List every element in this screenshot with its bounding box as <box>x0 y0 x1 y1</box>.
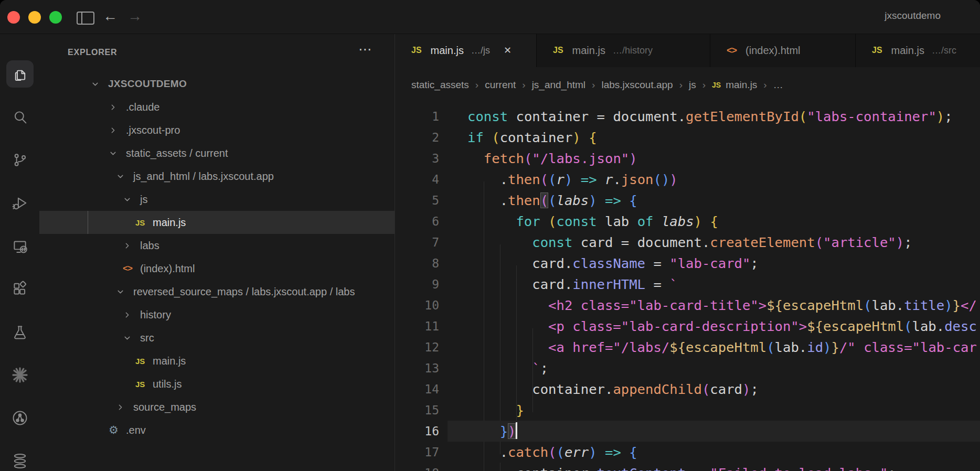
activity-item-source-control[interactable] <box>6 146 34 174</box>
activity-item-run-debug[interactable] <box>6 189 34 217</box>
breadcrumb-item-js[interactable]: js <box>689 79 696 91</box>
activity-item-explorer[interactable] <box>6 60 34 88</box>
code-line-17: 17 .catch((err) => { <box>395 442 980 463</box>
code-line-10: 10 <h2 class="lab-card-title">${escapeHt… <box>395 295 980 316</box>
code-line-content[interactable]: const container = document.getElementByI… <box>448 106 980 127</box>
tree-item-history[interactable]: history <box>39 303 395 326</box>
tree-item--index-html[interactable]: <>(index).html <box>39 257 395 280</box>
navigate-forward-icon[interactable]: → <box>127 7 142 26</box>
code-line-content[interactable]: <a href="/labs/${escapeHtml(lab.id)}/" c… <box>448 337 980 358</box>
tab-path-suffix: …/history <box>613 45 653 56</box>
activity-item-remote-explorer[interactable] <box>6 232 34 260</box>
code-line-15: 15 } <box>395 400 980 421</box>
tree-item--jxscout-pro[interactable]: .jxscout-pro <box>39 119 395 142</box>
tree-item-main-js[interactable]: JSmain.js <box>39 349 395 372</box>
breadcrumb-item-main-js[interactable]: JSmain.js <box>712 79 757 91</box>
code-line-content[interactable]: if (container) { <box>448 127 980 148</box>
close-window-button[interactable] <box>7 11 20 24</box>
tree-item-static-assets-current[interactable]: static_assets / current <box>39 142 395 165</box>
breadcrumb-separator-icon: › <box>522 79 525 91</box>
breadcrumb: static_assets›current›js_and_html›labs.j… <box>395 67 980 103</box>
more-actions-icon[interactable]: ⋯ <box>358 39 372 60</box>
line-number: 10 <box>395 295 439 316</box>
code-line-content[interactable]: card.className = "lab-card"; <box>448 253 980 274</box>
code-line-content[interactable]: <h2 class="lab-card-title">${escapeHtml(… <box>448 295 980 316</box>
tab-filename: main.js <box>891 45 924 57</box>
code-line-content[interactable]: } <box>448 400 980 421</box>
chevron-down-icon <box>91 80 100 89</box>
tree-item-js[interactable]: js <box>39 188 395 211</box>
zoom-window-button[interactable] <box>49 11 62 24</box>
starburst-icon <box>11 366 29 384</box>
code-line-content[interactable]: const card = document.createElement("art… <box>448 232 980 253</box>
js-file-icon: JS <box>135 380 153 389</box>
activity-item-share-network[interactable] <box>6 404 34 432</box>
tree-item-utils-js[interactable]: JSutils.js <box>39 372 395 395</box>
breadcrumb-item-static-assets[interactable]: static_assets <box>411 79 469 91</box>
tab-filename: main.js <box>431 45 464 57</box>
line-number: 16 <box>395 421 439 442</box>
editor-tab-1[interactable]: JSmain.js…/js✕ <box>395 34 537 67</box>
tree-item-src[interactable]: src <box>39 326 395 349</box>
tree-item-label: source_maps <box>133 401 196 413</box>
code-line-content[interactable]: .then((labs) => { <box>448 190 980 211</box>
navigate-back-icon[interactable]: ← <box>103 7 118 26</box>
remote-explorer-icon <box>11 237 29 255</box>
code-line-content[interactable]: for (const lab of labs) { <box>448 211 980 232</box>
gear-icon: ⚙ <box>109 424 126 436</box>
tree-item-label: reversed_source_maps / labs.jxscout.app … <box>133 286 355 298</box>
tree-item-jxscoutdemo[interactable]: JXSCOUTDEMO <box>39 72 395 95</box>
code-line-11: 11 <p class="lab-card-description">${esc… <box>395 316 980 337</box>
line-number: 15 <box>395 400 439 421</box>
code-line-content[interactable]: container.textContent = "Failed to load … <box>448 463 980 471</box>
activity-item-database[interactable] <box>6 447 34 471</box>
close-tab-icon[interactable]: ✕ <box>504 45 512 56</box>
breadcrumb-item-labs-jxscout-app[interactable]: labs.jxscout.app <box>601 79 673 91</box>
code-line-content[interactable]: }) <box>448 421 980 442</box>
code-line-16: 16 }) <box>395 421 980 442</box>
toggle-sidebar-icon[interactable] <box>77 12 94 25</box>
code-line-13: 13 `; <box>395 358 980 379</box>
tree-item-label: utils.js <box>153 378 182 390</box>
code-line-content[interactable]: .catch((err) => { <box>448 442 980 463</box>
html-file-icon: <> <box>727 45 737 56</box>
activity-item-extensions[interactable] <box>6 275 34 303</box>
tree-item-main-js[interactable]: JSmain.js <box>39 211 395 234</box>
search-icon <box>11 108 29 126</box>
line-number: 14 <box>395 379 439 400</box>
line-number: 18 <box>395 463 439 471</box>
chevron-down-icon <box>116 287 125 296</box>
activity-item-search[interactable] <box>6 103 34 131</box>
code-line-content[interactable]: <p class="lab-card-description">${escape… <box>448 316 980 337</box>
tree-item-js-and-html-labs-jxscout-app[interactable]: js_and_html / labs.jxscout.app <box>39 165 395 188</box>
line-number: 11 <box>395 316 439 337</box>
activity-item-testing[interactable] <box>6 318 34 346</box>
code-line-content[interactable]: container.appendChild(card); <box>448 379 980 400</box>
code-line-content[interactable]: card.innerHTML = ` <box>448 274 980 295</box>
tree-item-reversed-source-maps-labs-jxscout-app-labs[interactable]: reversed_source_maps / labs.jxscout.app … <box>39 280 395 303</box>
code-line-content[interactable]: .then((r) => r.json()) <box>448 169 980 190</box>
code-line-content[interactable]: fetch("/labs.json") <box>448 148 980 169</box>
breadcrumb-item-js-and-html[interactable]: js_and_html <box>532 79 585 91</box>
editor-tab-4[interactable]: JSmain.js…/src <box>856 34 980 67</box>
tab-filename: (index).html <box>745 45 800 57</box>
editor-pane: JSmain.js…/js✕JSmain.js…/history<>(index… <box>395 34 980 471</box>
run-debug-icon <box>11 194 29 212</box>
editor-tab-2[interactable]: JSmain.js…/history <box>537 34 710 67</box>
minimize-window-button[interactable] <box>28 11 41 24</box>
line-number: 8 <box>395 253 439 274</box>
editor-tab-3[interactable]: <>(index).html <box>710 34 856 67</box>
tree-item-labs[interactable]: labs <box>39 234 395 257</box>
source-control-icon <box>11 151 29 169</box>
tree-item--claude[interactable]: .claude <box>39 95 395 119</box>
tree-item-source-maps[interactable]: source_maps <box>39 395 395 419</box>
title-bar: ← → jxscoutdemo <box>0 0 980 34</box>
share-network-icon <box>11 409 29 427</box>
tree-item--env[interactable]: ⚙.env <box>39 419 395 442</box>
code-line-content[interactable]: `; <box>448 358 980 379</box>
breadcrumb-item--[interactable]: … <box>773 79 783 91</box>
js-file-icon: JS <box>135 218 153 227</box>
activity-item-starburst[interactable] <box>6 361 34 389</box>
breadcrumb-item-current[interactable]: current <box>485 79 516 91</box>
breadcrumb-separator-icon: › <box>763 79 766 91</box>
